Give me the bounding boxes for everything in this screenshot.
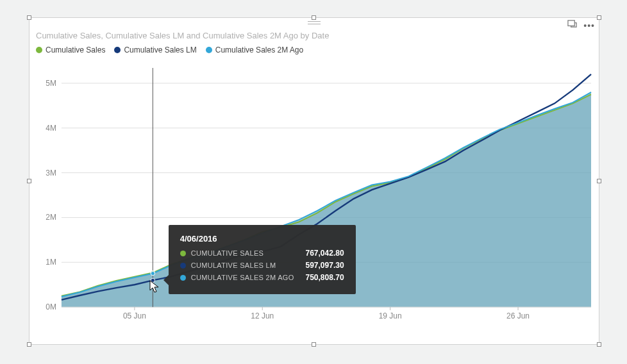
drag-grip-icon bbox=[308, 21, 321, 24]
more-options-icon[interactable]: ••• bbox=[583, 22, 595, 29]
tooltip-label: CUMULATIVE SALES LM bbox=[191, 261, 294, 269]
resize-handle-br[interactable] bbox=[597, 342, 601, 347]
legend-item-0[interactable]: Cumulative Sales bbox=[36, 46, 105, 54]
svg-rect-0 bbox=[568, 21, 574, 26]
x-axis-label: 26 Jun bbox=[506, 311, 530, 320]
y-axis-label: 5M bbox=[46, 79, 56, 88]
chart-card[interactable]: ••• Cumulative Sales, Cumulative Sales L… bbox=[29, 17, 599, 345]
legend-dot-icon bbox=[114, 47, 121, 53]
tooltip-row: CUMULATIVE SALES 2M AGO750,808.70 bbox=[180, 273, 344, 282]
tooltip-dot-icon bbox=[180, 275, 186, 281]
x-axis-label: 12 Jun bbox=[251, 311, 274, 320]
legend-label: Cumulative Sales 2M Ago bbox=[215, 46, 303, 54]
x-axis-label: 19 Jun bbox=[379, 311, 402, 320]
tooltip-label: CUMULATIVE SALES bbox=[191, 249, 294, 257]
resize-handle-bl[interactable] bbox=[27, 342, 31, 347]
chart-title: Cumulative Sales, Cumulative Sales LM an… bbox=[29, 27, 599, 42]
legend-dot-icon bbox=[36, 47, 42, 53]
card-drag-bar[interactable]: ••• bbox=[29, 18, 599, 27]
tooltip-row: CUMULATIVE SALES767,042.80 bbox=[180, 249, 344, 258]
tooltip-value: 597,097.30 bbox=[306, 261, 344, 270]
y-axis-label: 3M bbox=[46, 169, 56, 178]
tooltip: 4/06/2016 CUMULATIVE SALES767,042.80CUMU… bbox=[169, 225, 356, 294]
legend-item-1[interactable]: Cumulative Sales LM bbox=[114, 46, 196, 54]
resize-handle-mr[interactable] bbox=[597, 179, 601, 183]
y-axis-label: 4M bbox=[46, 124, 56, 133]
focus-mode-icon[interactable] bbox=[567, 19, 577, 31]
y-axis-label: 1M bbox=[46, 258, 56, 267]
tooltip-value: 767,042.80 bbox=[306, 249, 344, 258]
legend-dot-icon bbox=[206, 47, 212, 53]
resize-handle-ml[interactable] bbox=[27, 179, 31, 183]
y-axis-label: 0M bbox=[46, 302, 56, 311]
tooltip-label: CUMULATIVE SALES 2M AGO bbox=[191, 274, 294, 281]
hover-point bbox=[151, 278, 155, 282]
legend: Cumulative SalesCumulative Sales LMCumul… bbox=[29, 42, 599, 57]
tooltip-row: CUMULATIVE SALES LM597,097.30 bbox=[180, 261, 344, 270]
legend-label: Cumulative Sales bbox=[46, 46, 105, 54]
tooltip-date: 4/06/2016 bbox=[180, 234, 344, 244]
tooltip-dot-icon bbox=[180, 251, 186, 256]
legend-label: Cumulative Sales LM bbox=[124, 46, 196, 54]
y-axis-label: 2M bbox=[46, 213, 56, 222]
tooltip-dot-icon bbox=[180, 263, 186, 269]
hover-point bbox=[151, 272, 155, 276]
x-axis-label: 05 Jun bbox=[123, 311, 146, 320]
legend-item-2[interactable]: Cumulative Sales 2M Ago bbox=[206, 46, 303, 54]
resize-handle-mb[interactable] bbox=[312, 342, 316, 347]
tooltip-value: 750,808.70 bbox=[306, 273, 344, 282]
plot-area[interactable]: 0M1M2M3M4M5M05 Jun12 Jun19 Jun26 Jun 4/0… bbox=[35, 68, 594, 325]
